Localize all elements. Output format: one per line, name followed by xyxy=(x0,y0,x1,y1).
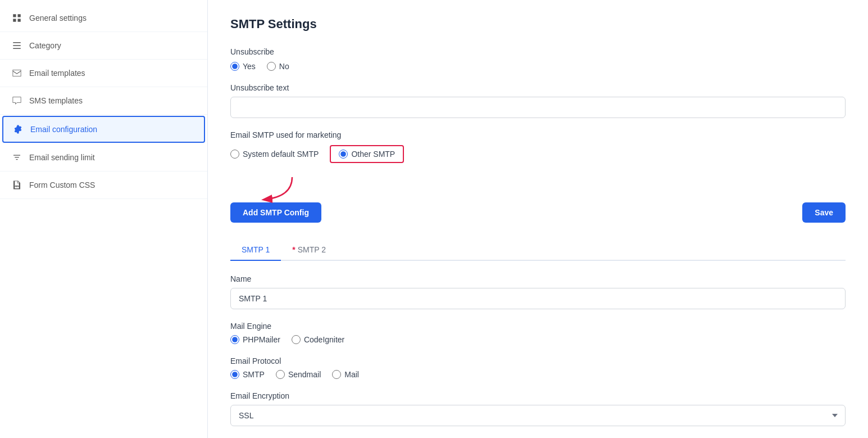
tab-smtp1-label: SMTP 1 xyxy=(242,245,270,254)
unsubscribe-yes-option[interactable]: Yes xyxy=(230,62,256,71)
name-label: Name xyxy=(230,274,846,283)
sliders-icon xyxy=(11,152,22,163)
mail-engine-label: Mail Engine xyxy=(230,322,846,331)
page-title: SMTP Settings xyxy=(230,17,846,31)
email-encryption-select-wrapper: SSL TLS None xyxy=(230,405,846,426)
system-default-smtp-radio[interactable] xyxy=(230,150,239,159)
tab-smtp1[interactable]: SMTP 1 xyxy=(230,240,281,261)
file-code-icon xyxy=(11,179,22,191)
sidebar-label-general-settings: General settings xyxy=(29,13,87,22)
sendmail-protocol-option[interactable]: Sendmail xyxy=(276,370,321,379)
sidebar-item-email-configuration[interactable]: Email configuration xyxy=(2,116,205,143)
unsubscribe-yes-label: Yes xyxy=(243,62,256,71)
mail-engine-radio-group: PHPMailer CodeIgniter xyxy=(230,335,846,344)
mail-protocol-label: Mail xyxy=(344,370,359,379)
name-section: Name xyxy=(230,274,846,309)
unsubscribe-section: Unsubscribe Yes No xyxy=(230,47,846,71)
sidebar-item-general-settings[interactable]: General settings xyxy=(0,4,207,32)
sidebar-item-form-custom-css[interactable]: Form Custom CSS xyxy=(0,171,207,199)
svg-rect-3 xyxy=(18,19,21,22)
sidebar-label-category: Category xyxy=(29,41,61,50)
envelope-icon xyxy=(11,67,22,79)
list-icon xyxy=(11,40,22,51)
sidebar-label-email-templates: Email templates xyxy=(29,69,85,78)
sidebar-item-sms-templates[interactable]: SMS templates xyxy=(0,87,207,115)
email-encryption-select[interactable]: SSL TLS None xyxy=(230,405,846,426)
unsubscribe-text-label: Unsubscribe text xyxy=(230,83,846,92)
sendmail-protocol-radio[interactable] xyxy=(276,370,285,379)
smtp-protocol-option[interactable]: SMTP xyxy=(230,370,265,379)
tab-smtp2[interactable]: * SMTP 2 xyxy=(281,240,337,261)
unsubscribe-no-option[interactable]: No xyxy=(267,62,289,71)
name-input[interactable] xyxy=(230,288,846,309)
tab-smtp2-label: SMTP 2 xyxy=(298,245,326,254)
email-encryption-label: Email Encryption xyxy=(230,391,846,400)
sidebar-item-email-templates[interactable]: Email templates xyxy=(0,60,207,87)
svg-rect-4 xyxy=(13,42,21,43)
codeigniter-label: CodeIgniter xyxy=(304,335,344,344)
svg-rect-5 xyxy=(13,45,21,46)
sidebar-label-email-sending-limit: Email sending limit xyxy=(29,153,95,162)
sidebar-label-email-configuration: Email configuration xyxy=(30,125,97,134)
email-protocol-section: Email Protocol SMTP Sendmail Mail xyxy=(230,356,846,379)
unsubscribe-no-radio[interactable] xyxy=(267,62,276,71)
mail-protocol-option[interactable]: Mail xyxy=(332,370,359,379)
other-smtp-label: Other SMTP xyxy=(351,150,395,159)
smtp-protocol-radio[interactable] xyxy=(230,370,239,379)
chat-icon xyxy=(11,95,22,106)
sidebar-item-category[interactable]: Category xyxy=(0,32,207,60)
add-smtp-config-button[interactable]: Add SMTP Config xyxy=(230,202,321,223)
mail-engine-section: Mail Engine PHPMailer CodeIgniter xyxy=(230,322,846,344)
svg-rect-6 xyxy=(13,48,21,49)
codeigniter-radio[interactable] xyxy=(292,335,301,344)
sidebar: General settings Category Email template… xyxy=(0,0,208,438)
system-default-smtp-option[interactable]: System default SMTP xyxy=(230,150,319,159)
phpmailer-option[interactable]: PHPMailer xyxy=(230,335,280,344)
smtp-marketing-label: Email SMTP used for marketing xyxy=(230,130,846,139)
tab-smtp2-asterisk: * xyxy=(292,245,295,254)
email-protocol-label: Email Protocol xyxy=(230,356,846,365)
unsubscribe-text-input[interactable] xyxy=(230,97,846,118)
unsubscribe-radio-group: Yes No xyxy=(230,62,846,71)
save-button[interactable]: Save xyxy=(802,202,846,223)
phpmailer-radio[interactable] xyxy=(230,335,239,344)
smtp-marketing-radio-group: System default SMTP Other SMTP xyxy=(230,145,846,163)
mail-protocol-radio[interactable] xyxy=(332,370,341,379)
smtp-marketing-section: Email SMTP used for marketing System def… xyxy=(230,130,846,163)
gear-icon xyxy=(12,124,24,135)
email-encryption-section: Email Encryption SSL TLS None xyxy=(230,391,846,426)
other-smtp-radio[interactable] xyxy=(339,150,348,159)
system-default-smtp-label: System default SMTP xyxy=(243,150,319,159)
svg-rect-0 xyxy=(13,14,16,17)
unsubscribe-text-section: Unsubscribe text xyxy=(230,83,846,118)
email-protocol-radio-group: SMTP Sendmail Mail xyxy=(230,370,846,379)
codeigniter-option[interactable]: CodeIgniter xyxy=(292,335,344,344)
sidebar-label-form-custom-css: Form Custom CSS xyxy=(29,180,95,189)
smtp-tabs: SMTP 1 * SMTP 2 xyxy=(230,240,846,261)
other-smtp-option[interactable]: Other SMTP xyxy=(330,145,404,163)
phpmailer-label: PHPMailer xyxy=(243,335,280,344)
sidebar-label-sms-templates: SMS templates xyxy=(29,96,83,105)
unsubscribe-label: Unsubscribe xyxy=(230,47,846,56)
sidebar-item-email-sending-limit[interactable]: Email sending limit xyxy=(0,144,207,171)
main-content: SMTP Settings Unsubscribe Yes No Unsubsc… xyxy=(208,0,868,438)
unsubscribe-no-label: No xyxy=(279,62,289,71)
svg-rect-1 xyxy=(18,14,21,17)
sendmail-protocol-label: Sendmail xyxy=(288,370,321,379)
smtp-action-row: Add SMTP Config Save xyxy=(230,180,846,223)
unsubscribe-yes-radio[interactable] xyxy=(230,62,239,71)
svg-rect-2 xyxy=(13,19,16,22)
smtp-protocol-label: SMTP xyxy=(243,370,265,379)
grid-icon xyxy=(11,12,22,24)
